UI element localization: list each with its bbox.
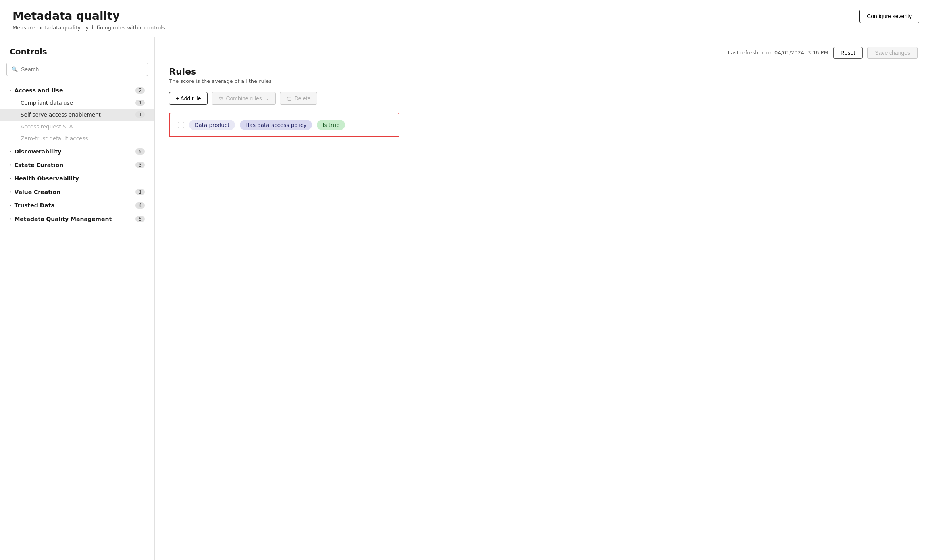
page-title: Metadata quality — [13, 10, 165, 23]
group-badge-estate-curation: 3 — [135, 162, 145, 168]
sidebar-group-header-metadata-quality-management[interactable]: › Metadata Quality Management 5 — [0, 213, 154, 225]
chip-data-product: Data product — [189, 120, 235, 130]
chevron-icon: › — [10, 216, 11, 221]
main-content: Controls 🔍 › Access and Use 2 Compliant … — [0, 37, 932, 560]
sidebar-group-trusted-data: › Trusted Data 4 — [0, 199, 154, 212]
group-badge-metadata-quality-management: 5 — [135, 216, 145, 222]
chevron-icon: › — [10, 149, 11, 154]
rules-title: Rules — [169, 67, 918, 77]
sidebar-group-discoverability: › Discoverability 5 — [0, 145, 154, 158]
combine-rules-icon: ⚖ — [218, 95, 223, 102]
rules-toolbar: + Add rule ⚖ Combine rules ⌄ 🗑 Delete — [169, 92, 918, 105]
group-label-access-and-use: Access and Use — [14, 87, 135, 94]
sidebar-item-access-request-sla: Access request SLA — [0, 121, 154, 132]
chip-has-access-policy: Has data access policy — [240, 120, 312, 130]
search-icon: 🔍 — [12, 66, 18, 72]
sidebar-group-health-observability: › Health Observability — [0, 172, 154, 185]
table-row: Data product Has data access policy Is t… — [170, 113, 399, 136]
child-label-zero-trust: Zero-trust default access — [21, 135, 88, 142]
chevron-icon: › — [10, 189, 11, 194]
chevron-icon: › — [8, 89, 13, 91]
last-refreshed-text: Last refreshed on 04/01/2024, 3:16 PM — [728, 50, 828, 56]
sidebar-item-zero-trust: Zero-trust default access — [0, 132, 154, 144]
sidebar: Controls 🔍 › Access and Use 2 Compliant … — [0, 37, 155, 560]
group-label-health-observability: Health Observability — [14, 175, 145, 182]
reset-button[interactable]: Reset — [833, 47, 863, 59]
group-badge-value-creation: 1 — [135, 189, 145, 195]
delete-icon: 🗑 — [287, 95, 292, 102]
group-label-estate-curation: Estate Curation — [14, 162, 135, 168]
sidebar-item-self-serve-access[interactable]: Self-serve access enablement 1 — [0, 109, 154, 121]
sidebar-group-header-value-creation[interactable]: › Value Creation 1 — [0, 186, 154, 198]
group-badge-trusted-data: 4 — [135, 202, 145, 209]
combine-rules-chevron-icon: ⌄ — [264, 95, 269, 102]
delete-label: Delete — [295, 95, 310, 102]
rule-checkbox[interactable] — [178, 122, 184, 128]
group-badge-access-and-use: 2 — [135, 87, 145, 94]
combine-rules-button: ⚖ Combine rules ⌄ — [212, 92, 275, 105]
group-label-trusted-data: Trusted Data — [14, 202, 135, 209]
sidebar-group-value-creation: › Value Creation 1 — [0, 186, 154, 198]
sidebar-group-header-access-and-use[interactable]: › Access and Use 2 — [0, 84, 154, 97]
save-changes-button[interactable]: Save changes — [867, 47, 918, 59]
combine-rules-label: Combine rules — [226, 95, 262, 102]
header-left: Metadata quality Measure metadata qualit… — [13, 10, 165, 31]
rules-list: Data product Has data access policy Is t… — [169, 113, 399, 137]
sidebar-group-header-trusted-data[interactable]: › Trusted Data 4 — [0, 199, 154, 212]
page-subtitle: Measure metadata quality by defining rul… — [13, 25, 165, 31]
child-label-compliant-data-use: Compliant data use — [21, 100, 73, 106]
right-topbar: Last refreshed on 04/01/2024, 3:16 PM Re… — [169, 47, 918, 59]
right-panel: Last refreshed on 04/01/2024, 3:16 PM Re… — [155, 37, 932, 560]
child-label-access-request-sla: Access request SLA — [21, 123, 73, 130]
group-badge-discoverability: 5 — [135, 148, 145, 155]
rules-subtitle: The score is the average of all the rule… — [169, 78, 918, 84]
configure-severity-button[interactable]: Configure severity — [859, 10, 919, 23]
group-label-discoverability: Discoverability — [14, 148, 135, 155]
page-container: Metadata quality Measure metadata qualit… — [0, 0, 932, 560]
group-label-metadata-quality-management: Metadata Quality Management — [14, 216, 135, 222]
chevron-icon: › — [10, 176, 11, 181]
chevron-icon: › — [10, 162, 11, 167]
header: Metadata quality Measure metadata qualit… — [0, 0, 932, 37]
chip-is-true: Is true — [317, 120, 345, 130]
sidebar-group-estate-curation: › Estate Curation 3 — [0, 159, 154, 171]
sidebar-heading: Controls — [0, 47, 154, 63]
search-input[interactable] — [21, 66, 143, 73]
sidebar-group-metadata-quality-management: › Metadata Quality Management 5 — [0, 213, 154, 225]
child-badge-self-serve-access: 1 — [135, 111, 145, 118]
sidebar-group-access-and-use: › Access and Use 2 Compliant data use 1 … — [0, 84, 154, 144]
chevron-icon: › — [10, 203, 11, 208]
add-rule-button[interactable]: + Add rule — [169, 92, 208, 105]
delete-button: 🗑 Delete — [280, 92, 317, 105]
search-box: 🔍 — [6, 63, 148, 76]
sidebar-group-header-estate-curation[interactable]: › Estate Curation 3 — [0, 159, 154, 171]
sidebar-item-compliant-data-use[interactable]: Compliant data use 1 — [0, 97, 154, 109]
child-badge-compliant-data-use: 1 — [135, 100, 145, 106]
sidebar-group-header-health-observability[interactable]: › Health Observability — [0, 172, 154, 185]
group-label-value-creation: Value Creation — [14, 189, 135, 195]
sidebar-group-header-discoverability[interactable]: › Discoverability 5 — [0, 145, 154, 158]
child-label-self-serve-access: Self-serve access enablement — [21, 111, 101, 118]
